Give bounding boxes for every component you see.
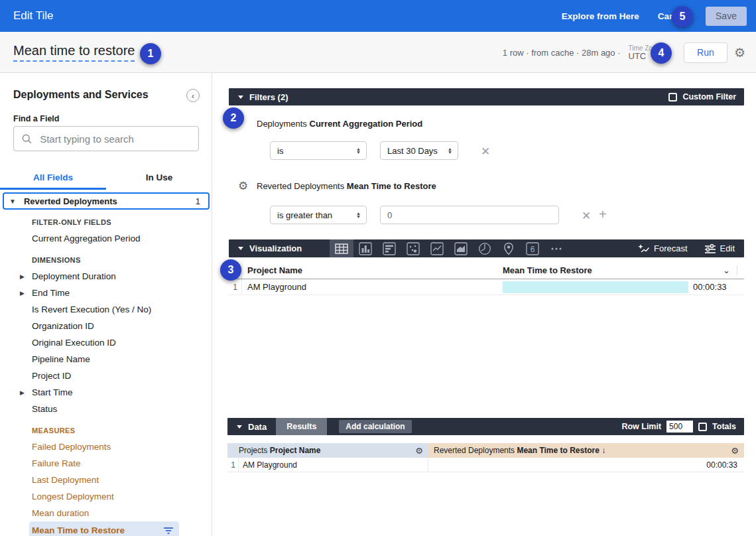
- remove-filter2-icon[interactable]: ✕: [582, 209, 591, 223]
- filter1-field-label: Deployments Current Aggregation Period: [257, 119, 422, 129]
- field-status[interactable]: Status: [0, 401, 212, 417]
- timezone-value: UTC: [629, 52, 647, 61]
- data-header-bar[interactable]: Data Results Add calculation Row Limit T…: [227, 418, 744, 435]
- add-filter-icon[interactable]: +: [599, 207, 607, 222]
- viz-line-chart-icon[interactable]: [425, 239, 449, 257]
- explore-from-here-link[interactable]: Explore from Here: [562, 11, 639, 21]
- tile-title[interactable]: Mean time to restore: [13, 43, 135, 62]
- field-deployment-duration[interactable]: ▶Deployment Duration: [0, 268, 212, 285]
- field-last-deployment[interactable]: Last Deployment: [0, 472, 212, 488]
- settings-gear-icon[interactable]: ⚙: [734, 46, 745, 59]
- field-search-input[interactable]: [40, 133, 190, 145]
- row-number: 1: [227, 458, 239, 472]
- remove-filter1-icon[interactable]: ✕: [481, 145, 490, 159]
- field-failure-rate[interactable]: Failure Rate: [0, 455, 212, 472]
- edit-tile-page: Edit Tile Explore from Here Cancel Save …: [0, 0, 756, 536]
- viz-table-icon[interactable]: [330, 239, 353, 257]
- results-tab[interactable]: Results: [276, 418, 327, 435]
- topbar: Edit Tile Explore from Here Cancel Save: [0, 0, 756, 32]
- value-bar: [503, 281, 688, 293]
- row-limit-input[interactable]: [666, 421, 693, 433]
- tab-in-use[interactable]: In Use: [106, 166, 212, 190]
- collapse-caret-icon[interactable]: [238, 247, 243, 250]
- forecast-sparkle-icon: [638, 244, 649, 253]
- viz-col-project-name[interactable]: Project Name: [242, 265, 497, 275]
- add-calculation-button[interactable]: Add calculation: [339, 420, 411, 433]
- sidebar-tabs: All Fields In Use: [0, 166, 212, 190]
- project-name-cell: AM Playground: [242, 282, 497, 292]
- viz-scatter-plot-icon[interactable]: [401, 239, 425, 257]
- collapse-caret-icon[interactable]: [238, 96, 243, 99]
- results-col-mean-time-to-restore[interactable]: Reverted Deployments Mean Time to Restor…: [428, 443, 744, 458]
- filter2-operator-select[interactable]: is greater than ▲▼: [270, 206, 367, 224]
- visualization-header-bar[interactable]: Visualization: [229, 239, 744, 257]
- collapse-caret-icon[interactable]: [237, 425, 242, 429]
- results-table-row[interactable]: 1 AM Playground 00:00:33: [227, 458, 744, 472]
- save-button[interactable]: Save: [706, 7, 747, 26]
- custom-filter-checkbox[interactable]: [668, 93, 677, 101]
- viz-bar-chart-icon[interactable]: [377, 239, 401, 257]
- viz-edit-button[interactable]: Edit: [705, 243, 735, 253]
- viz-more-icon[interactable]: [544, 239, 568, 257]
- field-project-id[interactable]: Project ID: [0, 368, 212, 384]
- select-arrows-icon: ▲▼: [356, 212, 361, 218]
- filter1-value-select[interactable]: Last 30 Days ▲▼: [380, 141, 458, 160]
- forecast-button[interactable]: Forecast: [638, 243, 688, 253]
- field-longest-deployment[interactable]: Longest Deployment: [0, 488, 212, 505]
- section-dimensions: DIMENSIONS: [0, 251, 212, 268]
- row-number: 1: [229, 279, 242, 295]
- viz-table-header: Project Name Mean Time to Restore ⌄: [229, 262, 744, 279]
- field-mean-duration[interactable]: Mean duration: [0, 505, 212, 521]
- field-is-revert-execution[interactable]: Is Revert Execution (Yes / No): [0, 301, 212, 318]
- field-tree: ▼ Reverted Deployments 1 FILTER-ONLY FIE…: [0, 192, 212, 536]
- field-end-time[interactable]: ▶End Time: [0, 285, 212, 301]
- title-strip: Mean time to restore 1 row · from cache …: [0, 32, 756, 73]
- field-picker-sidebar: Deployments and Services ‹ Find a Field …: [0, 73, 212, 536]
- section-filter-only-fields: FILTER-ONLY FIELDS: [0, 214, 212, 230]
- query-status: 1 row · from cache · 28m ago ·: [503, 48, 621, 58]
- field-mean-time-to-restore-selected[interactable]: Mean Time to Restore: [29, 521, 179, 536]
- expand-arrow-icon[interactable]: ▶: [20, 290, 25, 297]
- filter2-settings-gear-icon[interactable]: ⚙: [238, 180, 248, 192]
- mean-time-value: 00:00:33: [693, 282, 727, 292]
- field-search[interactable]: [13, 126, 199, 151]
- filter2-value-input[interactable]: [380, 206, 559, 224]
- filter-list-icon[interactable]: [163, 527, 174, 535]
- field-organization-id[interactable]: Organization ID: [0, 318, 212, 334]
- tab-all-fields[interactable]: All Fields: [0, 166, 106, 190]
- totals-checkbox[interactable]: [698, 423, 707, 431]
- viz-pie-chart-icon[interactable]: [473, 239, 497, 257]
- search-icon: [22, 133, 32, 145]
- column-menu-icon[interactable]: ⌄: [723, 265, 737, 275]
- filter1-operator-select[interactable]: is ▲▼: [270, 141, 367, 160]
- field-current-aggregation-period[interactable]: Current Aggregation Period: [0, 230, 212, 247]
- custom-filter-label: Custom Filter: [682, 92, 736, 101]
- tune-icon: [705, 244, 716, 253]
- results-table: Projects Project Name ⚙ Reverted Deploym…: [227, 443, 744, 472]
- mean-time-value-cell: 00:00:33: [428, 460, 744, 470]
- annotation-badge-1: 1: [140, 43, 161, 64]
- viz-col-mean-time-to-restore[interactable]: Mean Time to Restore ⌄: [497, 265, 744, 275]
- row-limit-label: Row Limit: [621, 422, 661, 431]
- view-group-reverted-deployments[interactable]: ▼ Reverted Deployments 1: [3, 192, 210, 210]
- select-arrows-icon: ▲▼: [448, 147, 452, 154]
- viz-single-value-icon[interactable]: 6: [521, 239, 544, 257]
- field-original-execution-id[interactable]: Original Execution ID: [0, 334, 212, 351]
- viz-area-chart-icon[interactable]: [449, 239, 473, 257]
- field-failed-deployments[interactable]: Failed Deployments: [0, 438, 212, 455]
- fields-in-use-count: 1: [196, 196, 200, 206]
- run-button[interactable]: Run: [684, 42, 727, 63]
- field-pipeline-name[interactable]: Pipeline Name: [0, 351, 212, 368]
- viz-map-pin-icon[interactable]: [497, 239, 521, 257]
- field-start-time[interactable]: ▶Start Time: [0, 384, 212, 401]
- viz-table-row[interactable]: 1 AM Playground 00:00:33: [229, 279, 744, 295]
- expand-arrow-icon[interactable]: ▶: [20, 389, 25, 396]
- filters-header-bar[interactable]: Filters (2) Custom Filter: [229, 88, 744, 105]
- results-col-project-name[interactable]: Projects Project Name ⚙: [227, 443, 428, 458]
- collapse-sidebar-icon[interactable]: ‹: [186, 89, 200, 102]
- column-gear-icon[interactable]: ⚙: [731, 446, 739, 456]
- viz-table: Project Name Mean Time to Restore ⌄ 1 AM…: [229, 262, 744, 295]
- expand-arrow-icon[interactable]: ▶: [20, 273, 25, 280]
- viz-column-chart-icon[interactable]: [353, 239, 377, 257]
- column-gear-icon[interactable]: ⚙: [415, 446, 423, 456]
